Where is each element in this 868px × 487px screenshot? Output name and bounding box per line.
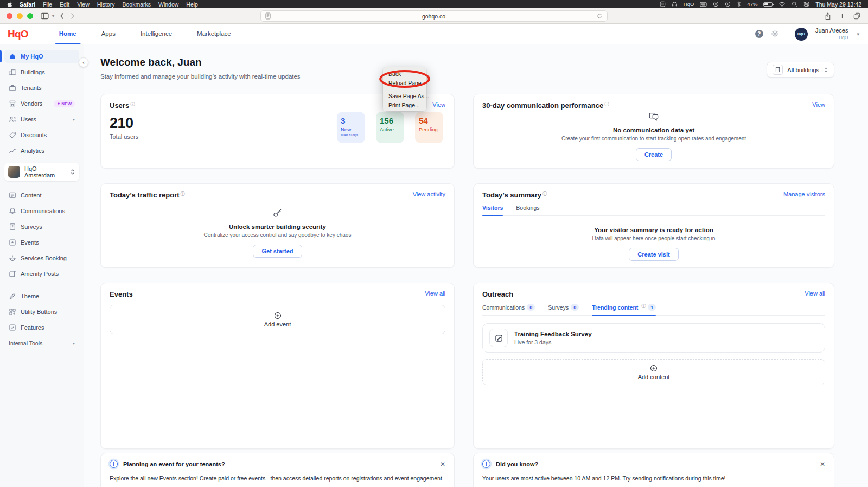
headphones-menu-icon[interactable] bbox=[672, 1, 678, 7]
sidebar-item-features[interactable]: Features bbox=[4, 321, 79, 334]
context-menu-reload-page[interactable]: Reload Page bbox=[383, 78, 426, 87]
sidebar-item-vendors[interactable]: Vendors ✦NEW bbox=[4, 97, 79, 110]
view-activity-link[interactable]: View activity bbox=[413, 191, 445, 197]
menubar-item-view[interactable]: View bbox=[77, 1, 90, 8]
play-menu-icon[interactable] bbox=[725, 1, 731, 7]
sidebar-item-buildings[interactable]: Buildings bbox=[4, 66, 79, 79]
close-icon[interactable]: ✕ bbox=[440, 460, 445, 468]
sidebar-label: Communications bbox=[21, 208, 65, 214]
events-view-all-link[interactable]: View all bbox=[425, 290, 445, 297]
sidebar-item-utility-buttons[interactable]: Utility Buttons bbox=[4, 305, 79, 318]
tab-visitors[interactable]: Visitors bbox=[482, 204, 503, 215]
sidebar-item-theme[interactable]: Theme bbox=[4, 290, 79, 303]
context-menu-back[interactable]: Back bbox=[383, 69, 426, 78]
menubar-item-file[interactable]: File bbox=[43, 1, 52, 8]
sidebar-item-surveys[interactable]: Surveys bbox=[4, 220, 79, 233]
control-center-icon[interactable] bbox=[803, 1, 809, 7]
gear-icon[interactable] bbox=[771, 30, 779, 38]
card-title: Today’s traffic reportⓘ bbox=[110, 191, 185, 199]
tab-surveys[interactable]: Surveys 0 bbox=[548, 304, 579, 315]
sidebar-item-amenity-posts[interactable]: Amenity Posts bbox=[4, 267, 79, 280]
url-text[interactable]: gohqo.co bbox=[271, 13, 597, 20]
menubar-item-window[interactable]: Window bbox=[158, 1, 178, 8]
context-menu-print-page[interactable]: Print Page... bbox=[383, 100, 426, 110]
building-selector[interactable]: HqO Amsterdam bbox=[4, 163, 79, 181]
tab-communications[interactable]: Communications 0 bbox=[482, 304, 535, 315]
outreach-view-all-link[interactable]: View all bbox=[805, 290, 825, 297]
tab-overview-icon[interactable] bbox=[853, 12, 860, 20]
menubar-app-name[interactable]: Safari bbox=[20, 1, 35, 8]
close-window-button[interactable] bbox=[7, 13, 12, 19]
zoom-window-button[interactable] bbox=[27, 13, 33, 19]
hqo-menu-extra[interactable]: HqO bbox=[684, 1, 694, 7]
bluetooth-icon[interactable] bbox=[737, 1, 741, 7]
sidebar-item-users[interactable]: Users ▾ bbox=[4, 113, 79, 126]
banner-title: Planning an event for your tenants? bbox=[123, 461, 225, 467]
hqo-logo[interactable]: HqO bbox=[8, 28, 28, 40]
reader-icon[interactable] bbox=[265, 12, 271, 20]
window-controls[interactable] bbox=[7, 13, 33, 19]
all-buildings-filter[interactable]: All buildings bbox=[767, 62, 834, 78]
menubar-clock[interactable]: Thu May 29 13:42 bbox=[815, 1, 861, 8]
add-content-button[interactable]: Add content bbox=[482, 359, 825, 385]
get-started-button[interactable]: Get started bbox=[253, 245, 302, 258]
help-icon[interactable]: ? bbox=[755, 30, 763, 38]
settings-menu-extra-icon[interactable] bbox=[660, 1, 666, 7]
stat-tile-active[interactable]: 156 Active bbox=[376, 112, 404, 143]
sidebar-collapse-button[interactable]: ‹ bbox=[79, 57, 88, 67]
sidebar-item-tenants[interactable]: Tenants bbox=[4, 81, 79, 94]
close-icon[interactable]: ✕ bbox=[820, 460, 825, 468]
sidebar-label: Discounts bbox=[21, 132, 47, 138]
menubar-item-history[interactable]: History bbox=[97, 1, 115, 8]
user-menu[interactable]: Juan Areces HqO bbox=[815, 27, 848, 40]
share-icon[interactable] bbox=[825, 12, 831, 20]
chevron-down-icon[interactable]: ▾ bbox=[857, 31, 859, 37]
sidebar-item-content[interactable]: Content bbox=[4, 189, 79, 202]
record-menu-icon[interactable] bbox=[713, 1, 719, 7]
menubar-item-help[interactable]: Help bbox=[186, 1, 198, 8]
sidebar-item-my-hqo[interactable]: My HqO bbox=[4, 50, 79, 63]
total-users-label: Total users bbox=[110, 133, 138, 140]
nav-tab-home[interactable]: Home bbox=[47, 24, 89, 44]
stat-tile-new[interactable]: 3 New in last 30 days bbox=[337, 112, 365, 143]
back-button[interactable] bbox=[60, 12, 64, 20]
browser-toolbar: ▾ gohqo.co bbox=[0, 8, 868, 24]
create-communication-button[interactable]: Create bbox=[636, 148, 672, 161]
main-content: Welcome back, Juan Stay informed and man… bbox=[84, 44, 868, 487]
nav-tab-intelligence[interactable]: Intelligence bbox=[128, 24, 184, 44]
create-visit-button[interactable]: Create visit bbox=[629, 248, 678, 261]
apple-menu-icon[interactable] bbox=[7, 1, 12, 8]
new-tab-icon[interactable] bbox=[839, 13, 845, 19]
nav-tab-apps[interactable]: Apps bbox=[89, 24, 128, 44]
sidebar-item-services-booking[interactable]: Services Booking bbox=[4, 252, 79, 265]
refresh-icon[interactable] bbox=[597, 13, 603, 19]
sidebar-item-discounts[interactable]: Discounts bbox=[4, 129, 79, 142]
forward-button[interactable] bbox=[71, 12, 75, 20]
user-avatar[interactable]: HqO bbox=[795, 28, 808, 41]
keyboard-menu-icon[interactable] bbox=[700, 2, 707, 7]
spotlight-search-icon[interactable] bbox=[792, 1, 797, 7]
sidebar-item-analytics[interactable]: Analytics bbox=[4, 144, 79, 157]
sidebar-toggle-icon[interactable] bbox=[41, 12, 49, 20]
plus-circle-icon bbox=[650, 364, 658, 372]
tab-trending-content[interactable]: Trending content ⓘ 1 bbox=[592, 304, 656, 315]
sidebar-item-events[interactable]: Events bbox=[4, 236, 79, 249]
minimize-window-button[interactable] bbox=[17, 13, 23, 19]
trending-content-item[interactable]: Training Feedback Survey Live for 3 days bbox=[482, 323, 825, 353]
sidebar-item-communications[interactable]: Communications bbox=[4, 204, 79, 217]
communication-view-link[interactable]: View bbox=[812, 101, 825, 108]
manage-visitors-link[interactable]: Manage visitors bbox=[783, 191, 825, 197]
stat-tile-pending[interactable]: 54 Pending bbox=[415, 112, 443, 143]
sidebar-chevron-icon[interactable]: ▾ bbox=[52, 14, 54, 18]
users-view-link[interactable]: View bbox=[432, 101, 445, 108]
wifi-icon[interactable] bbox=[778, 2, 786, 7]
tab-bookings[interactable]: Bookings bbox=[516, 204, 539, 215]
building-icon bbox=[773, 65, 783, 75]
nav-tab-marketplace[interactable]: Marketplace bbox=[184, 24, 244, 44]
address-bar[interactable]: gohqo.co bbox=[260, 10, 608, 22]
menubar-item-edit[interactable]: Edit bbox=[60, 1, 69, 8]
sidebar-internal-tools[interactable]: Internal Tools ▾ bbox=[4, 337, 79, 349]
menubar-item-bookmarks[interactable]: Bookmarks bbox=[122, 1, 151, 8]
add-event-button[interactable]: Add event bbox=[110, 305, 445, 334]
context-menu-save-page-as[interactable]: Save Page As... bbox=[383, 91, 426, 100]
